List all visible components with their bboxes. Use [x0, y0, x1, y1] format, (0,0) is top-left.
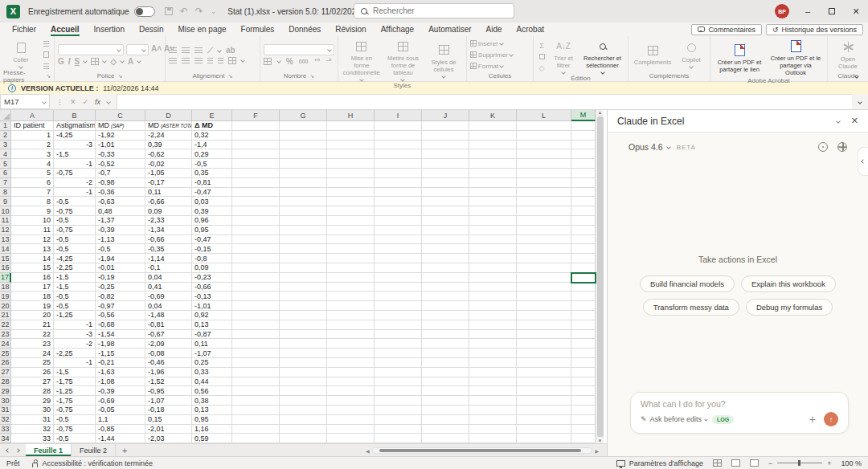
cell-L15[interactable] — [517, 254, 571, 263]
cell-L5[interactable] — [517, 159, 571, 169]
cell-J20[interactable] — [422, 301, 469, 311]
cell-D13[interactable]: -0,66 — [145, 235, 192, 245]
cell-C31[interactable]: -0,05 — [96, 406, 145, 415]
cell-A33[interactable]: 32 — [11, 425, 54, 434]
cell-D4[interactable]: -0,62 — [145, 149, 192, 159]
cell-K34[interactable] — [469, 434, 517, 443]
menu-tab-insertion[interactable]: Insertion — [87, 24, 132, 35]
cell-E32[interactable]: 0,95 — [192, 415, 232, 425]
cell-B1[interactable]: Astigmatisme — [54, 121, 96, 131]
cell-A14[interactable]: 13 — [11, 244, 54, 254]
cell-B2[interactable]: -4,25 — [54, 131, 96, 141]
cell-I6[interactable] — [375, 169, 422, 178]
cell-C6[interactable]: -0,7 — [96, 169, 145, 178]
cell-H17[interactable] — [327, 273, 375, 283]
scroll-right-icon[interactable]: ▶ — [595, 448, 599, 454]
cell-E11[interactable]: 0,96 — [192, 216, 232, 226]
redo-icon[interactable]: ↷ — [195, 6, 203, 17]
cell-C18[interactable]: -0,25 — [96, 283, 145, 292]
cell-M31[interactable] — [571, 406, 596, 415]
cell-A9[interactable]: 8 — [11, 197, 54, 206]
cell-H28[interactable] — [327, 377, 375, 387]
zoom-level[interactable]: 100 % — [841, 459, 862, 467]
cell-F26[interactable] — [232, 358, 280, 368]
cell-D31[interactable]: -0,18 — [145, 406, 192, 415]
cell-C32[interactable]: 1,1 — [96, 415, 145, 425]
cell-A7[interactable]: 6 — [11, 178, 54, 188]
cell-L26[interactable] — [517, 358, 571, 368]
cell-F10[interactable] — [232, 206, 280, 216]
cell-C7[interactable]: -0,98 — [96, 178, 145, 188]
cell-B16[interactable]: -2,25 — [54, 263, 96, 273]
menu-tab-r-vision[interactable]: Révision — [328, 24, 373, 35]
cell-M5[interactable] — [571, 159, 596, 169]
cell-C8[interactable]: -0,36 — [96, 188, 145, 198]
cell-D21[interactable]: -1,48 — [145, 311, 192, 320]
cell-E15[interactable]: -0,8 — [192, 254, 232, 263]
cell-G21[interactable] — [280, 311, 327, 320]
row-header-6[interactable]: 6 — [0, 169, 11, 178]
cell-B25[interactable]: -2,25 — [54, 349, 96, 358]
row-header-14[interactable]: 14 — [0, 244, 11, 254]
cell-K29[interactable] — [469, 386, 517, 396]
page-layout-view-icon[interactable] — [731, 459, 740, 467]
cell-M4[interactable] — [571, 149, 596, 159]
row-header-17[interactable]: 17 — [0, 273, 11, 283]
cell-L31[interactable] — [517, 406, 571, 415]
cell-J10[interactable] — [422, 206, 469, 216]
cell-G26[interactable] — [280, 358, 327, 368]
model-selector[interactable]: Opus 4.6 — [628, 142, 670, 152]
cell-H6[interactable] — [327, 169, 375, 178]
row-header-3[interactable]: 3 — [0, 141, 11, 150]
cell-J18[interactable] — [422, 283, 469, 292]
cell-B5[interactable]: -1 — [54, 159, 96, 169]
cell-B31[interactable]: -0,75 — [54, 406, 96, 415]
cell-M21[interactable] — [571, 311, 596, 320]
fill-color-icon[interactable]: ◇ — [110, 57, 117, 66]
cell-F7[interactable] — [232, 178, 280, 188]
zoom-slider[interactable] — [777, 463, 822, 463]
cell-K27[interactable] — [469, 368, 517, 377]
cell-M25[interactable] — [571, 349, 596, 358]
cell-K24[interactable] — [469, 339, 517, 349]
cell-C14[interactable]: -0,5 — [96, 244, 145, 254]
cell-H27[interactable] — [327, 368, 375, 377]
row-header-26[interactable]: 26 — [0, 358, 11, 368]
suggestion-pill-transform-messy-data[interactable]: Transform messy data — [643, 299, 739, 316]
cell-H26[interactable] — [327, 358, 375, 368]
row-header-1[interactable]: 1 — [0, 121, 11, 131]
cell-G2[interactable] — [280, 131, 327, 141]
cell-F27[interactable] — [232, 368, 280, 377]
cell-L3[interactable] — [517, 141, 571, 150]
cell-H8[interactable] — [327, 188, 375, 198]
cell-J28[interactable] — [422, 377, 469, 387]
cell-A16[interactable]: 15 — [11, 263, 54, 273]
cell-D5[interactable]: -0,02 — [145, 159, 192, 169]
cell-A26[interactable]: 25 — [11, 358, 54, 368]
cell-C5[interactable]: -0,52 — [96, 159, 145, 169]
menu-tab-mise-en-page[interactable]: Mise en page — [171, 24, 234, 35]
cell-C20[interactable]: -0,97 — [96, 301, 145, 311]
cell-C3[interactable]: -1,01 — [96, 141, 145, 150]
cell-L34[interactable] — [517, 434, 571, 443]
save-icon[interactable] — [165, 7, 173, 15]
cell-F2[interactable] — [232, 131, 280, 141]
cell-C15[interactable]: -1,94 — [96, 254, 145, 263]
prev-sheet-icon[interactable] — [6, 448, 10, 453]
borders-icon[interactable] — [91, 58, 99, 65]
col-header-H[interactable]: H — [327, 110, 375, 121]
cancel-formula-icon[interactable]: ✕ — [70, 98, 76, 106]
menu-tab-donn-es[interactable]: Données — [281, 24, 328, 35]
cell-M33[interactable] — [571, 425, 596, 434]
cell-F15[interactable] — [232, 254, 280, 263]
cell-H31[interactable] — [327, 406, 375, 415]
cell-L21[interactable] — [517, 311, 571, 320]
cell-G6[interactable] — [280, 169, 327, 178]
cell-I25[interactable] — [375, 349, 422, 358]
autosave-toggle[interactable] — [134, 6, 155, 17]
cell-J33[interactable] — [422, 425, 469, 434]
pane-close-icon[interactable]: ✕ — [851, 116, 858, 126]
cell-H13[interactable] — [327, 235, 375, 245]
autosum-icon[interactable]: Σ — [537, 41, 547, 51]
cell-styles-button[interactable]: Styles de cellules — [424, 43, 463, 79]
